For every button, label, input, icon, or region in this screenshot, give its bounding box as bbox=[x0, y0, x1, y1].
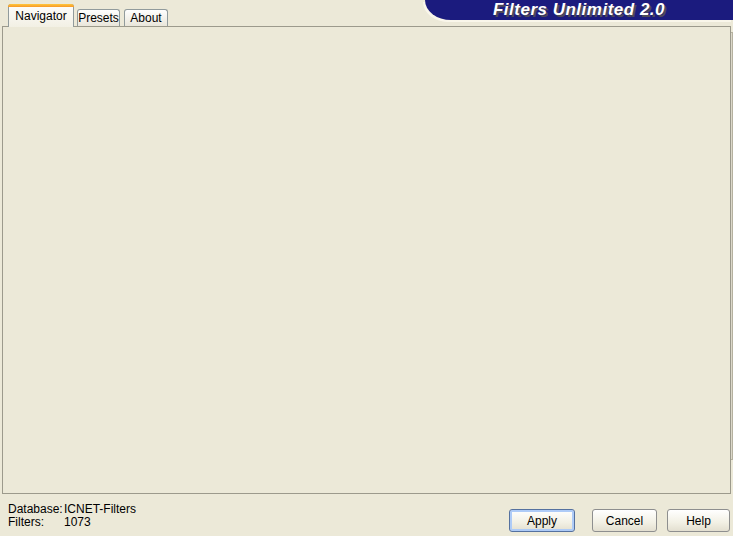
status-filters-row: Filters:1073 bbox=[8, 516, 136, 529]
tab-presets[interactable]: Presets bbox=[77, 9, 120, 27]
cancel-button[interactable]: Cancel bbox=[592, 509, 657, 532]
tab-about[interactable]: About bbox=[124, 9, 168, 27]
database-value: ICNET-Filters bbox=[64, 502, 136, 516]
filters-unlimited-dialog: Filters Unlimited 2.0 Navigator Presets … bbox=[0, 0, 733, 536]
filters-value: 1073 bbox=[64, 515, 91, 529]
help-button[interactable]: Help bbox=[667, 509, 730, 532]
filters-label: Filters: bbox=[8, 516, 64, 529]
status-area: Database:ICNET-Filters Filters:1073 bbox=[8, 503, 136, 529]
app-title-banner: Filters Unlimited 2.0 bbox=[425, 0, 733, 20]
tab-navigator[interactable]: Navigator bbox=[8, 4, 74, 27]
navigator-tab-page bbox=[2, 26, 731, 494]
apply-button[interactable]: Apply bbox=[509, 509, 575, 532]
